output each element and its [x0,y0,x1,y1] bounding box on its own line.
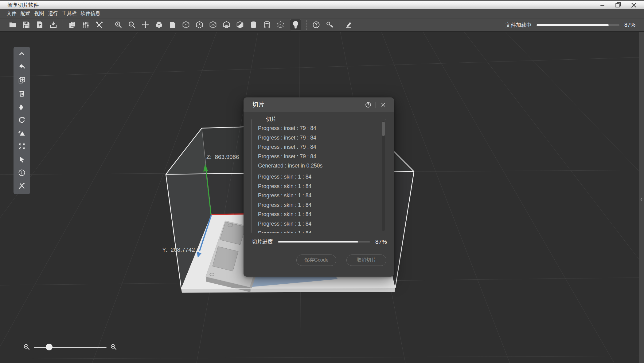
machine-tools-icon [95,21,103,29]
cube-solid-button[interactable] [155,21,163,29]
file-loading-percent: 87% [624,22,635,28]
license-key-icon [326,21,334,29]
toolbar-separator [339,20,339,30]
pan-hand-icon [18,103,26,111]
dialog-close-button[interactable] [380,101,387,108]
open-file-button[interactable] [9,21,17,29]
import-model-button[interactable] [36,21,44,29]
dialog-help-button[interactable] [365,101,372,108]
window-restore-button[interactable] [614,2,623,9]
title-bar[interactable]: 智享切片软件 [0,0,644,9]
menu-item-配置[interactable]: 配置 [18,10,32,17]
cube-section-button[interactable] [236,21,244,29]
export-model-button[interactable] [49,21,57,29]
select-cursor-icon [18,156,26,164]
close-icon [380,101,387,108]
zoom-slider[interactable] [34,347,107,348]
cube-points-icon [276,21,285,29]
slice-dialog-header[interactable]: 切片 [244,97,394,112]
cube-dashed-button[interactable] [209,21,217,29]
move-view-button[interactable] [141,21,150,29]
cube-points-button[interactable] [276,21,285,29]
left-toolbar [14,47,30,194]
window-minimize-button[interactable] [599,2,608,9]
log-line: Generated : inset in 0.250s [258,161,377,171]
log-scrollbar-thumb[interactable] [382,122,385,136]
menu-item-文件[interactable]: 文件 [5,10,18,17]
log-line: Progress : skin : 1 : 84 [258,191,377,200]
model-info-button[interactable] [18,169,26,177]
expand-panel-chevron-icon[interactable] [639,197,644,202]
cylinder-solid-icon [249,21,258,29]
collapse-up-icon [18,50,26,58]
file-loading-bar [537,24,619,26]
zoom-slider-handle[interactable] [46,344,53,350]
right-panel-strip[interactable] [639,32,644,363]
zoom-out-button[interactable] [128,21,136,29]
mirror-icon [18,129,26,137]
cylinder-solid-button[interactable] [249,21,258,29]
zoom-in-button[interactable] [114,21,123,29]
blade-button[interactable] [345,21,353,29]
zoom-in-button[interactable] [110,343,117,351]
cube-face-icon [168,21,177,29]
toolbar-separator [63,20,63,30]
slice-progress-percent: 87% [375,239,387,245]
cube-wireframe-button[interactable] [182,21,190,29]
cube-wireframe-icon [182,21,190,29]
open-file-icon [9,21,17,29]
help-icon [365,101,372,108]
mirror-button[interactable] [18,129,26,137]
repair-icon [18,182,26,190]
log-line: Progress : skin : 1 : 84 [258,210,377,219]
cancel-slice-button[interactable]: 取消切片 [346,254,386,266]
restore-icon [614,1,623,10]
log-line: Progress : skin : 1 : 84 [258,182,377,191]
slice-progress-fill [278,241,358,243]
scale-icon [18,142,26,150]
log-scrollbar[interactable] [382,121,385,231]
menu-item-工具栏[interactable]: 工具栏 [60,10,79,17]
minimize-icon [599,1,608,10]
save-file-button[interactable] [22,21,30,29]
slice-progress-bar [278,241,370,243]
cylinder-wire-icon [263,21,271,29]
undo-button[interactable] [18,63,26,71]
pan-hand-button[interactable] [18,103,26,111]
zoom-out-button[interactable] [23,343,30,351]
cube-bottom-button[interactable] [222,21,231,29]
help-button[interactable] [312,21,320,29]
save-gcode-button[interactable]: 保存Gcode [296,254,336,266]
dialog-title: 切片 [252,101,264,109]
print-settings-button[interactable] [68,21,76,29]
scale-button[interactable] [18,142,26,150]
cube-hidden-wire-button[interactable] [195,21,204,29]
collapse-up-button[interactable] [18,50,26,58]
window-controls [599,2,638,9]
license-key-button[interactable] [326,21,334,29]
window-close-button[interactable] [629,2,638,9]
light-icon [290,19,301,30]
slice-log-group: 切片 Progress : inset : 79 : 84Progress : … [251,119,386,233]
select-cursor-button[interactable] [18,156,26,164]
file-loading-fill [537,24,609,26]
rotate-button[interactable] [18,116,26,124]
menu-item-软件信息[interactable]: 软件信息 [79,10,102,17]
zoom-in-icon [110,343,117,351]
menu-item-视图[interactable]: 视图 [32,10,46,17]
cube-face-button[interactable] [168,21,177,29]
log-line: Progress : inset : 79 : 84 [258,152,377,161]
toolbar-separator [109,20,109,30]
adjust-params-button[interactable] [82,21,90,29]
menu-item-运行[interactable]: 运行 [46,10,60,17]
dialog-buttons: 保存Gcode取消切片 [296,254,386,266]
repair-button[interactable] [18,182,26,190]
print-settings-icon [68,21,76,29]
machine-tools-button[interactable] [95,21,103,29]
add-copy-button[interactable] [18,76,26,84]
cylinder-wire-button[interactable] [263,21,271,29]
cube-solid-icon [155,21,163,29]
light-button[interactable] [290,19,301,30]
log-line: Progress : inset : 79 : 84 [258,142,377,152]
delete-button[interactable] [18,89,26,97]
